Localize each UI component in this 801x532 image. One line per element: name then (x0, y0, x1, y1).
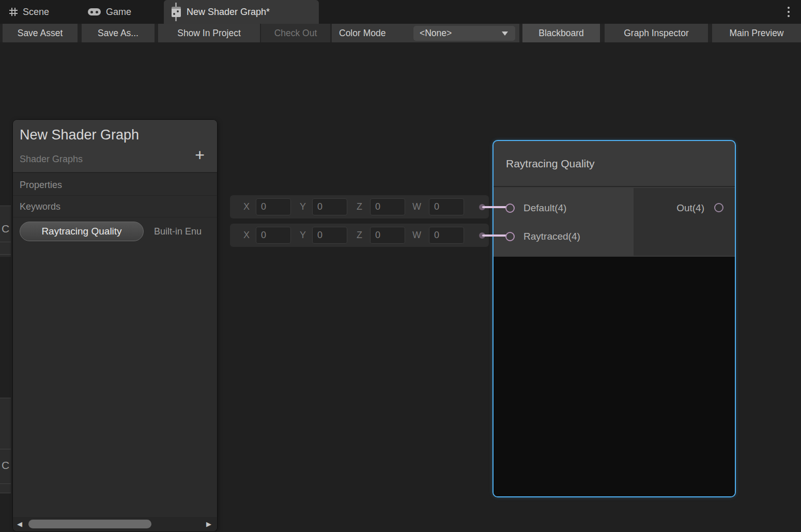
tab-scene-label: Scene (23, 7, 49, 18)
port-circle-out[interactable] (714, 203, 723, 212)
graph-fragment-node: C (0, 206, 11, 257)
vector-field-label: W (412, 224, 421, 247)
gamepad-icon (88, 8, 101, 15)
vector-field-label: W (412, 195, 421, 218)
section-properties-label: Properties (20, 174, 62, 196)
node-preview (494, 257, 735, 496)
blackboard-panel: New Shader Graph Shader Graphs + Propert… (13, 120, 217, 531)
section-keywords-label: Keywords (20, 196, 60, 217)
vector-field-label: Y (300, 195, 306, 218)
node-input-column (494, 188, 634, 256)
tab-bar: Scene Game New Shader Graph* (0, 0, 801, 24)
blackboard-title: New Shader Graph (20, 127, 139, 143)
graph-fragment-node: C (0, 398, 11, 493)
fragment-node-label: C (2, 223, 9, 235)
check-out-button: Check Out (261, 24, 330, 42)
vector-field-input[interactable]: 0 (429, 198, 464, 215)
color-mode-value: <None> (420, 26, 452, 41)
vector-field-input[interactable]: 0 (370, 198, 405, 215)
vector-field-label: X (243, 224, 250, 247)
vector-field-label: X (243, 195, 250, 218)
node-raytracing-quality[interactable]: Raytracing Quality Default(4) Raytraced(… (492, 140, 736, 497)
port-circle-default[interactable] (505, 204, 515, 213)
node-title: Raytracing Quality (494, 141, 735, 187)
graph-inspector-toggle-button[interactable]: Graph Inspector (605, 24, 708, 42)
tab-new-shader-graph-label: New Shader Graph* (187, 7, 270, 18)
add-property-button[interactable]: + (195, 146, 205, 164)
keyword-pill-raytracing-quality[interactable]: Raytracing Quality (20, 222, 144, 241)
vector4-default-widget: X 0 Y 0 Z 0 W 0 (230, 224, 489, 247)
scroll-right-arrow-icon[interactable]: ▶ (206, 517, 211, 531)
vector-field-label: Y (300, 224, 306, 247)
shader-graph-window: Scene Game New Shader Graph* Save Asset … (0, 0, 801, 532)
tab-new-shader-graph[interactable]: New Shader Graph* (164, 0, 319, 24)
input-port-label-default: Default(4) (523, 200, 566, 216)
section-keywords[interactable]: Keywords (13, 196, 217, 217)
save-as-button[interactable]: Save As... (82, 24, 155, 42)
tab-game[interactable]: Game (83, 0, 136, 24)
section-properties[interactable]: Properties (13, 174, 217, 196)
node-output-column (634, 188, 735, 256)
port-circle-raytraced[interactable] (505, 232, 515, 241)
color-mode-dropdown[interactable]: <None> (413, 26, 515, 41)
vector-field-label: Z (357, 224, 362, 247)
graph-toolbar: Save Asset Save As... Show In Project Ch… (0, 24, 801, 42)
input-port-label-raytraced: Raytraced(4) (523, 228, 580, 245)
vector-field-input[interactable]: 0 (312, 227, 347, 244)
shader-graph-icon (171, 3, 181, 21)
vector-field-input[interactable]: 0 (256, 198, 291, 215)
color-mode-label: Color Mode (339, 24, 386, 42)
vector-field-input[interactable]: 0 (370, 227, 405, 244)
horizontal-scrollbar[interactable]: ◀ ▶ (13, 517, 217, 531)
show-in-project-button[interactable]: Show In Project (158, 24, 260, 42)
scroll-thumb[interactable] (28, 520, 151, 528)
vector-field-input[interactable]: 0 (312, 198, 347, 215)
blackboard-header[interactable]: New Shader Graph Shader Graphs + (13, 120, 217, 173)
dropdown-caret-icon (502, 32, 508, 36)
kebab-icon (788, 7, 790, 9)
kebab-menu-button[interactable] (782, 4, 795, 20)
vector-field-label: Z (357, 195, 362, 218)
scene-grid-icon (9, 8, 18, 16)
color-mode-group: Color Mode <None> (332, 24, 519, 42)
vector-field-input[interactable]: 0 (429, 227, 464, 244)
blackboard-toggle-button[interactable]: Blackboard (522, 24, 600, 42)
fragment-node-label: C (2, 459, 9, 472)
main-preview-toggle-button[interactable]: Main Preview (712, 24, 801, 42)
tab-game-label: Game (106, 7, 131, 18)
vector-field-input[interactable]: 0 (256, 227, 291, 244)
blackboard-subtitle: Shader Graphs (20, 154, 83, 165)
scroll-left-arrow-icon[interactable]: ◀ (17, 517, 22, 531)
keyword-type-label: Built-in Enu (154, 222, 202, 241)
save-asset-button[interactable]: Save Asset (3, 24, 78, 42)
vector4-default-widget: X 0 Y 0 Z 0 W 0 (230, 195, 489, 218)
tab-scene[interactable]: Scene (4, 0, 54, 24)
